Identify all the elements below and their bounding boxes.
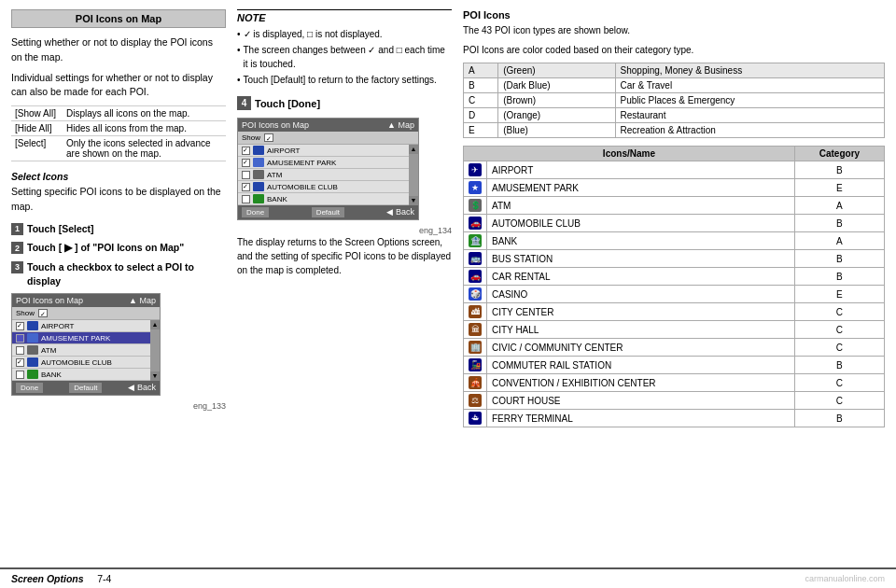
color-name-c: (Brown) xyxy=(498,93,615,108)
table-row: [Hide All] Hides all icons from the map. xyxy=(11,121,226,136)
color-category-table: A (Green) Shopping, Money & Business B (… xyxy=(463,63,885,138)
default-button[interactable]: Default xyxy=(69,383,102,393)
done-button[interactable]: Done xyxy=(16,383,43,393)
scrollbar[interactable]: ▲ ▼ xyxy=(150,320,160,381)
poi-icon-cell: ⛴ xyxy=(464,410,487,427)
screenshot-1-footer: Done Default ◀ Back xyxy=(12,381,160,395)
screenshot-row-atm-2: ATM xyxy=(238,169,409,181)
poi-category: B xyxy=(794,161,884,179)
poi-name: CASINO xyxy=(487,286,795,303)
step-1-text: Touch [Select] xyxy=(27,222,94,236)
poi-name: CONVENTION / EXHIBITION CENTER xyxy=(487,374,795,392)
default-button-2[interactable]: Default xyxy=(312,207,344,217)
option-value: Displays all icons on the map. xyxy=(63,106,226,121)
screenshot-2-footer: Done Default ◀ Back xyxy=(238,205,418,219)
poi-category: B xyxy=(794,357,884,374)
scroll-up-2[interactable]: ▲ xyxy=(409,145,418,154)
scroll-up[interactable]: ▲ xyxy=(150,320,160,329)
color-category-c: Public Places & Emergency xyxy=(615,93,884,108)
middle-column: NOTE ✓ is displayed, □ is not displayed.… xyxy=(237,9,452,563)
poi-icon-cell: 🚂 xyxy=(464,357,487,374)
poi-icon-cell: ✈ xyxy=(464,161,487,179)
select-icons-title: Select Icons xyxy=(11,171,226,182)
step-2-text: Touch [ ▶ ] of "POI Icons on Map" xyxy=(27,241,184,255)
checkbox-airport[interactable] xyxy=(16,322,24,330)
intro-text-1: Setting whether or not to display the PO… xyxy=(11,35,226,65)
show-label-2: Show xyxy=(242,133,260,142)
poi-category: C xyxy=(794,321,884,339)
note-section: NOTE ✓ is displayed, □ is not displayed.… xyxy=(237,9,452,87)
color-name-b: (Dark Blue) xyxy=(498,78,615,93)
footer-watermark: carmanualonline.com xyxy=(805,574,885,583)
back-label-2[interactable]: ◀ Back xyxy=(386,207,414,217)
step-4-text: Touch [Done] xyxy=(255,98,320,109)
note-item-3: Touch [Default] to return to the factory… xyxy=(237,73,452,87)
poi-category: A xyxy=(794,197,884,215)
color-letter-e: E xyxy=(464,123,498,138)
poi-icon-cell: 🚗 xyxy=(464,215,487,232)
intro-text-2: Individual settings for whether or not t… xyxy=(11,71,226,101)
footer-section: Screen Options 7-4 xyxy=(11,573,111,584)
checkbox-autoclub[interactable] xyxy=(16,358,24,367)
scroll-down-2[interactable]: ▼ xyxy=(409,196,418,205)
checkbox-airport-2[interactable] xyxy=(242,147,250,155)
color-letter-c: C xyxy=(464,93,498,108)
done-button-2[interactable]: Done xyxy=(242,207,269,217)
color-letter-d: D xyxy=(464,108,498,123)
color-category-a: Shopping, Money & Business xyxy=(615,63,884,78)
col-header-name: Icons/Name xyxy=(464,147,795,161)
color-category-b: Car & Travel xyxy=(615,78,884,93)
screenshot-row-airport: AIRPORT xyxy=(12,320,150,332)
poi-table-row: 🏛 CITY HALL C xyxy=(464,321,885,339)
color-name-e: (Blue) xyxy=(498,123,615,138)
step-1: 1 Touch [Select] xyxy=(11,222,226,236)
option-key: [Show All] xyxy=(11,106,63,121)
poi-table-row: 🚗 CAR RENTAL B xyxy=(464,268,885,286)
poi-name: BANK xyxy=(487,232,795,250)
poi-category: C xyxy=(794,374,884,392)
poi-table-row: 🎲 CASINO E xyxy=(464,286,885,303)
poi-category: C xyxy=(794,303,884,321)
poi-name: FERRY TERMINAL xyxy=(487,410,795,427)
poi-name: CITY HALL xyxy=(487,321,795,339)
poi-icon-cell: 🏦 xyxy=(464,232,487,250)
step-3: 3 Touch a checkbox to select a POI to di… xyxy=(11,260,226,287)
poi-desc-2: POI Icons are color coded based on their… xyxy=(463,43,885,57)
checkbox-amusement-2[interactable] xyxy=(242,159,250,167)
poi-category: A xyxy=(794,232,884,250)
footer-section-label: Screen Options xyxy=(11,573,84,584)
poi-category: E xyxy=(794,286,884,303)
screenshot-row-autoclub: AUTOMOBILE CLUB xyxy=(12,357,150,369)
step-4: 4 Touch [Done] xyxy=(237,96,452,110)
scroll-down[interactable]: ▼ xyxy=(150,371,160,381)
step-4-num: 4 xyxy=(237,96,251,110)
screenshot-row-autoclub-2: AUTOMOBILE CLUB xyxy=(238,181,409,193)
footer: Screen Options 7-4 carmanualonline.com xyxy=(0,567,896,588)
poi-name: COMMUTER RAIL STATION xyxy=(487,357,795,374)
poi-name: CAR RENTAL xyxy=(487,268,795,286)
poi-table-row: 🏦 BANK A xyxy=(464,232,885,250)
color-category-d: Restaurant xyxy=(615,108,884,123)
scrollbar-2[interactable]: ▲ ▼ xyxy=(409,145,418,205)
screenshot-2-label: eng_134 xyxy=(237,226,452,235)
poi-icon-cell: 🏙 xyxy=(464,303,487,321)
poi-table-row: 🚂 COMMUTER RAIL STATION B xyxy=(464,357,885,374)
poi-table-row: 💲 ATM A xyxy=(464,197,885,215)
poi-icon-cell: 🚌 xyxy=(464,250,487,268)
table-row: [Select] Only the icons selected in adva… xyxy=(11,136,226,161)
poi-table-row: ✈ AIRPORT B xyxy=(464,161,885,179)
color-row-c: C (Brown) Public Places & Emergency xyxy=(464,93,885,108)
step-3-num: 3 xyxy=(11,261,23,273)
option-value: Hides all icons from the map. xyxy=(63,121,226,136)
screenshot-1: POI Icons on Map ▲ Map Show ✓ AIRPORT xyxy=(11,293,161,396)
poi-name: CITY CENTER xyxy=(487,303,795,321)
poi-name: AMUSEMENT PARK xyxy=(487,179,795,197)
step-3-text: Touch a checkbox to select a POI to disp… xyxy=(27,260,226,287)
checkbox-autoclub-2[interactable] xyxy=(242,183,250,191)
back-label[interactable]: ◀ Back xyxy=(128,383,156,393)
poi-table-row: ⚖ COURT HOUSE C xyxy=(464,392,885,410)
poi-name: ATM xyxy=(487,197,795,215)
poi-table-row: 🏙 CITY CENTER C xyxy=(464,303,885,321)
poi-category: E xyxy=(794,179,884,197)
screenshot-row-amusement-2: AMUSEMENT PARK xyxy=(238,157,409,169)
